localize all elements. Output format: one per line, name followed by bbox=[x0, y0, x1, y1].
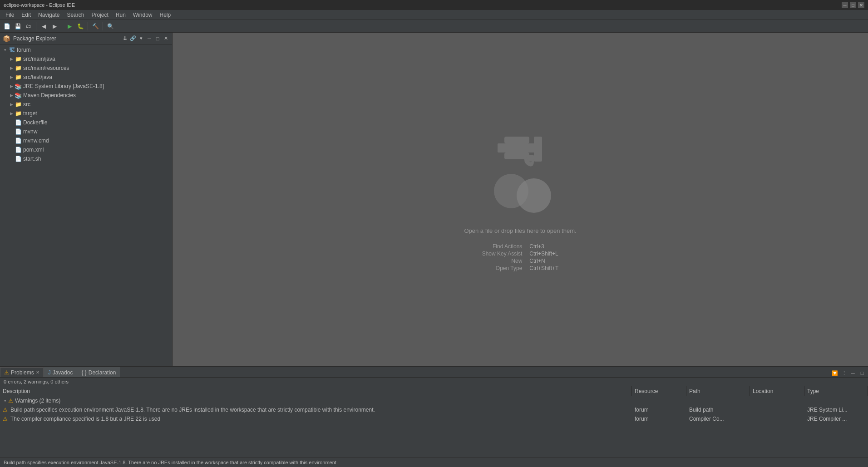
tree-item-src-main-java[interactable]: ▶ 📁 src/main/java bbox=[0, 54, 172, 64]
tree-item-pom-xml[interactable]: 📄 pom.xml bbox=[0, 145, 172, 154]
declaration-icon: { } bbox=[81, 369, 86, 376]
warning-row-1[interactable]: ⚠ Build path specifies execution environ… bbox=[0, 405, 868, 414]
shortcut-show-key-assist-label: Show Key Assist bbox=[482, 251, 523, 257]
row2-location bbox=[750, 414, 804, 423]
menu-file[interactable]: File bbox=[2, 11, 18, 19]
forward-button[interactable]: ▶ bbox=[49, 21, 59, 31]
tree-item-dockerfile[interactable]: 📄 Dockerfile bbox=[0, 118, 172, 127]
col-header-type[interactable]: Type bbox=[804, 386, 868, 396]
toolbar-separator-2 bbox=[62, 22, 62, 30]
mvnw-cmd-icon: 📄 bbox=[15, 137, 22, 144]
sidebar-minimize-button[interactable]: ─ bbox=[146, 35, 153, 42]
warnings-group-header[interactable]: ▾ ⚠ Warnings (2 items) bbox=[0, 396, 868, 405]
panel-summary: 0 errors, 2 warnings, 0 others bbox=[0, 378, 868, 386]
collapse-all-button[interactable]: ⇊ bbox=[121, 35, 128, 42]
tree-label-src-main-java: src/main/java bbox=[23, 56, 55, 62]
tree-label-start-sh: start.sh bbox=[23, 156, 41, 162]
package-explorer-icon: 📦 bbox=[3, 35, 10, 42]
editor-shortcuts: Find Actions Ctrl+3 Show Key Assist Ctrl… bbox=[482, 243, 559, 271]
tree-item-maven-deps[interactable]: ▶ 📚 Maven Dependencies bbox=[0, 91, 172, 100]
editor-hint-text: Open a file or drop files here to open t… bbox=[464, 227, 576, 234]
resources-folder-icon: 📁 bbox=[15, 64, 22, 72]
tab-javadoc[interactable]: J Javadoc bbox=[44, 367, 77, 377]
col-header-location[interactable]: Location bbox=[750, 386, 804, 396]
statusbar: Build path specifies execution environme… bbox=[0, 457, 868, 467]
panel-tabs-area: ⚠ Problems ✕ J Javadoc { } Declaration bbox=[0, 367, 829, 377]
tree-item-mvnw[interactable]: 📄 mvnw bbox=[0, 127, 172, 136]
tree-item-start-sh[interactable]: 📄 start.sh bbox=[0, 154, 172, 163]
sidebar-close-button[interactable]: ✕ bbox=[162, 35, 169, 42]
tab-declaration[interactable]: { } Declaration bbox=[77, 367, 120, 377]
test-folder-icon: 📁 bbox=[15, 74, 22, 81]
tree-label-dockerfile: Dockerfile bbox=[23, 119, 47, 126]
build-button[interactable]: 🔨 bbox=[90, 21, 100, 31]
panel-minimize-button[interactable]: ─ bbox=[849, 369, 857, 377]
expand-toggle-src-main-java[interactable]: ▶ bbox=[8, 56, 15, 62]
problems-table: Description Resource Path Location Type … bbox=[0, 386, 868, 457]
warning-row-2[interactable]: ⚠ The compiler compliance specified is 1… bbox=[0, 414, 868, 423]
svg-rect-0 bbox=[504, 137, 529, 143]
panel-maximize-button[interactable]: □ bbox=[858, 369, 866, 377]
package-explorer-tree: ▾ 🏗 forum ▶ 📁 src/main/java ▶ 📁 src/main… bbox=[0, 44, 172, 366]
shortcut-open-type-key: Ctrl+Shift+T bbox=[529, 265, 558, 271]
link-with-editor-button[interactable]: 🔗 bbox=[129, 35, 137, 42]
expand-toggle-src-main-resources[interactable]: ▶ bbox=[8, 65, 15, 71]
menu-project[interactable]: Project bbox=[88, 11, 112, 19]
tree-item-src-main-resources[interactable]: ▶ 📁 src/main/resources bbox=[0, 64, 172, 73]
table-header: Description Resource Path Location Type bbox=[0, 386, 868, 396]
expand-toggle-maven-deps[interactable]: ▶ bbox=[8, 92, 15, 98]
save-button[interactable]: 💾 bbox=[13, 21, 23, 31]
sidebar-title-area: 📦 Package Explorer bbox=[3, 35, 56, 42]
menu-navigate[interactable]: Navigate bbox=[35, 11, 63, 19]
tree-item-mvnw-cmd[interactable]: 📄 mvnw.cmd bbox=[0, 136, 172, 145]
run-button[interactable]: ▶ bbox=[64, 21, 74, 31]
menu-window[interactable]: Window bbox=[129, 11, 156, 19]
menu-search[interactable]: Search bbox=[63, 11, 88, 19]
save-all-button[interactable]: 🗂 bbox=[24, 21, 34, 31]
tree-label-src-main-resources: src/main/resources bbox=[23, 65, 69, 71]
row2-warning-icon: ⚠ bbox=[3, 416, 8, 422]
expand-toggle-src-test-java[interactable]: ▶ bbox=[8, 74, 15, 80]
menu-run[interactable]: Run bbox=[112, 11, 129, 19]
expand-toggle-src[interactable]: ▶ bbox=[8, 101, 15, 108]
javadoc-icon: J bbox=[48, 369, 51, 376]
close-button[interactable]: ✕ bbox=[858, 2, 864, 8]
expand-toggle-jre-system-lib[interactable]: ▶ bbox=[8, 83, 15, 89]
panel-right-actions: 🔽 ⋮ ─ □ bbox=[829, 369, 868, 377]
tree-item-jre-system-lib[interactable]: ▶ 📚 JRE System Library [JavaSE-1.8] bbox=[0, 82, 172, 91]
view-menu-button[interactable]: ▾ bbox=[138, 35, 145, 42]
new-button[interactable]: 📄 bbox=[2, 21, 12, 31]
maximize-button[interactable]: □ bbox=[850, 2, 856, 8]
sidebar-maximize-button[interactable]: □ bbox=[154, 35, 161, 42]
content-area: 📦 Package Explorer ⇊ 🔗 ▾ ─ □ ✕ ▾ 🏗 bbox=[0, 33, 868, 366]
tab-javadoc-label: Javadoc bbox=[53, 369, 73, 376]
warnings-expand-toggle[interactable]: ▾ bbox=[2, 398, 8, 404]
tree-item-src[interactable]: ▶ 📁 src bbox=[0, 100, 172, 109]
project-icon: 🏗 bbox=[8, 46, 15, 54]
sidebar-header: 📦 Package Explorer ⇊ 🔗 ▾ ─ □ ✕ bbox=[0, 33, 172, 44]
panel-filter-button[interactable]: 🔽 bbox=[831, 369, 839, 377]
expand-toggle-target[interactable]: ▶ bbox=[8, 110, 15, 117]
expand-toggle-forum[interactable]: ▾ bbox=[2, 47, 8, 53]
toolbar-separator-4 bbox=[103, 22, 103, 30]
tree-label-target: target bbox=[23, 110, 37, 117]
tab-problems[interactable]: ⚠ Problems ✕ bbox=[0, 367, 44, 377]
debug-button[interactable]: 🐛 bbox=[75, 21, 85, 31]
col-header-path[interactable]: Path bbox=[686, 386, 750, 396]
sidebar-actions: ⇊ 🔗 ▾ ─ □ ✕ bbox=[121, 35, 169, 42]
tree-item-target[interactable]: ▶ 📁 target bbox=[0, 109, 172, 118]
tree-item-src-test-java[interactable]: ▶ 📁 src/test/java bbox=[0, 73, 172, 82]
col-header-resource[interactable]: Resource bbox=[632, 386, 686, 396]
tree-item-forum[interactable]: ▾ 🏗 forum bbox=[0, 45, 172, 54]
col-header-description[interactable]: Description bbox=[0, 386, 632, 396]
search-toolbar-button[interactable]: 🔍 bbox=[105, 21, 115, 31]
problems-tab-close[interactable]: ✕ bbox=[36, 370, 39, 375]
menu-edit[interactable]: Edit bbox=[18, 11, 35, 19]
menu-help[interactable]: Help bbox=[156, 11, 175, 19]
back-button[interactable]: ◀ bbox=[39, 21, 49, 31]
row1-warning-icon: ⚠ bbox=[3, 407, 8, 413]
tree-label-pom-xml: pom.xml bbox=[23, 147, 44, 153]
row1-location bbox=[750, 405, 804, 414]
minimize-button[interactable]: ─ bbox=[842, 2, 848, 8]
panel-options-button[interactable]: ⋮ bbox=[840, 369, 848, 377]
